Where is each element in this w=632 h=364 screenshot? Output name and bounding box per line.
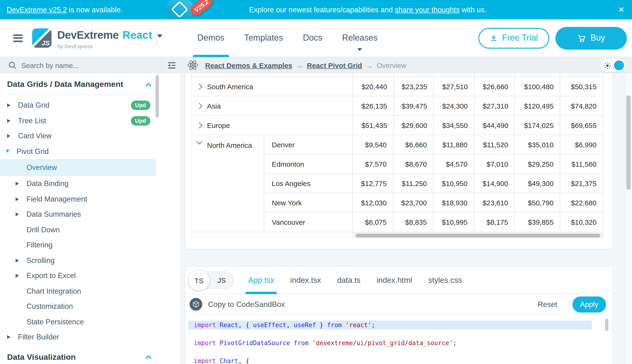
banner-release-text: DevExtreme v25.2 is now available. (7, 6, 123, 14)
cell: $6,075 (352, 212, 393, 232)
sidebar-item-overview[interactable]: Overview (0, 159, 156, 176)
expand-arrow-icon[interactable] (16, 197, 20, 201)
cell: $10,995 (433, 212, 474, 232)
tab-index-tsx[interactable]: index.tsx (290, 266, 321, 294)
sidebar-item-state-persistence[interactable]: State Persistence (7, 314, 180, 330)
cell: $35,010 (514, 135, 560, 154)
cell: $74,820 (560, 96, 603, 115)
sidebar-item-filter-builder[interactable]: Filter Builder (7, 330, 180, 345)
chevron-down-icon[interactable] (157, 34, 162, 38)
expand-row-icon[interactable] (196, 122, 202, 128)
expand-arrow-icon[interactable] (7, 119, 12, 123)
sidebar-item-drill-down[interactable]: Drill Down (7, 222, 180, 238)
expand-arrow-icon[interactable] (16, 259, 20, 262)
expand-arrow-icon[interactable] (16, 274, 20, 278)
theme-toggle[interactable] (600, 59, 625, 72)
expand-arrow-icon[interactable] (7, 104, 12, 108)
platform-name: React (122, 29, 152, 42)
sidebar-item-tree-list[interactable]: Tree List Upd (7, 113, 180, 128)
sidebar-item-field-management[interactable]: Field Management (7, 192, 180, 207)
horizontal-scrollbar[interactable] (353, 232, 603, 239)
sidebar-item-data-summaries[interactable]: Data Summaries (7, 207, 180, 222)
row-label: Asia (207, 102, 221, 110)
cell: $23,235 (393, 77, 434, 96)
expand-arrow-icon[interactable] (7, 134, 12, 138)
sidebar-item-customization[interactable]: Customization (7, 299, 180, 314)
expand-row-icon[interactable] (196, 103, 202, 108)
sidebar-item-card-view[interactable]: Card View (7, 128, 180, 144)
cart-icon (577, 34, 586, 42)
sidebar-item-scrolling[interactable]: Scrolling (7, 253, 180, 268)
pivot-row-south-america: South America $20,440 $23,235 $27,510 $2… (191, 77, 603, 96)
sidebar-item-data-grid[interactable]: Data Grid Upd (7, 98, 180, 113)
apply-button[interactable]: Apply (572, 296, 606, 312)
breadcrumb-demos-link[interactable]: React Demos & Examples (205, 61, 292, 69)
cell: $7,010 (474, 154, 514, 173)
collapse-row-icon[interactable] (196, 138, 202, 144)
section-data-grids[interactable]: Data Grids / Data Management (7, 80, 152, 89)
tab-styles-css[interactable]: styles.css (428, 266, 462, 294)
code-scrollbar-thumb[interactable] (605, 319, 608, 331)
chevron-up-icon[interactable] (145, 82, 152, 87)
sidebar-item-chart-integration[interactable]: Chart Integration (7, 284, 180, 299)
language-toggle[interactable]: TS JS (189, 272, 234, 289)
nav-demos[interactable]: Demos (196, 19, 225, 57)
main-content: South America $20,440 $23,235 $27,510 $2… (180, 73, 632, 364)
cell: $27,310 (474, 96, 515, 115)
collapse-sidebar-icon[interactable] (163, 62, 180, 69)
codesandbox-icon[interactable] (189, 298, 202, 311)
expand-arrow-icon[interactable] (7, 336, 12, 339)
horizontal-scrollbar-thumb[interactable] (355, 234, 600, 238)
tab-index-html[interactable]: index.html (376, 266, 412, 294)
buy-button[interactable]: Buy (555, 27, 627, 49)
main-nav: Demos Templates Docs Releases (196, 19, 378, 57)
sidebar-item-filtering[interactable]: Filtering (7, 238, 180, 253)
nav-demos-label: Demos (197, 33, 224, 43)
cell: $34,550 (434, 116, 474, 134)
tab-data-ts[interactable]: data.ts (337, 266, 360, 294)
diamond-inner-shape (171, 1, 188, 18)
cell: $21,375 (560, 174, 603, 192)
sidebar-item-pivot-grid[interactable]: Pivot Grid (7, 144, 180, 159)
sidebar-item-export-to-excel[interactable]: Export to Excel (7, 268, 180, 284)
brand-block[interactable]: DevExtreme React by DevExpress (57, 29, 162, 47)
nav-templates-label: Templates (244, 33, 283, 43)
section-data-visualization[interactable]: Data Visualization (7, 352, 152, 362)
row-label: Europe (207, 121, 230, 129)
copy-to-codesandbox-button[interactable]: Copy to CodeSandBox (208, 300, 285, 308)
nav-docs[interactable]: Docs (302, 19, 323, 57)
devextreme-js-logo[interactable]: JS (32, 28, 52, 48)
code-tabs-row: TS JS App.tsx index.tsx data.ts (185, 267, 613, 294)
page-scrollbar[interactable] (625, 73, 632, 364)
sidebar-scrollbar[interactable] (155, 75, 159, 118)
tab-label: index.html (376, 276, 412, 285)
code-line-2 (191, 330, 613, 338)
lang-js-option[interactable]: JS (210, 272, 234, 288)
collapse-arrow-icon[interactable] (6, 150, 11, 153)
pivot-hscroll-area (191, 232, 603, 239)
hamburger-menu-icon[interactable] (13, 32, 23, 44)
cell: $8,670 (393, 154, 433, 173)
expand-arrow-icon[interactable] (16, 213, 20, 216)
breadcrumb: React Demos & Examples → React Pivot Gri… (205, 61, 406, 69)
page-scrollbar-thumb[interactable] (626, 95, 630, 190)
cell: $39,855 (514, 212, 560, 232)
free-trial-button[interactable]: Free Trial (478, 28, 549, 48)
search-input[interactable]: Search by name... (0, 61, 162, 69)
tab-app-tsx[interactable]: App.tsx (248, 266, 274, 294)
expand-arrow-icon[interactable] (16, 182, 20, 186)
active-tab-underline (245, 292, 277, 294)
chevron-up-icon[interactable] (145, 355, 152, 359)
cell: $12,775 (352, 174, 393, 192)
nav-templates[interactable]: Templates (243, 19, 284, 57)
share-thoughts-link[interactable]: share your thoughts (395, 6, 460, 14)
close-icon[interactable]: ✕ (618, 0, 624, 19)
section-title: Data Visualization (7, 352, 76, 362)
sidebar-item-data-binding[interactable]: Data Binding (7, 176, 180, 192)
breadcrumb-pivotgrid-link[interactable]: React Pivot Grid (307, 61, 362, 69)
banner-release-link[interactable]: DevExtreme v25.2 (7, 6, 67, 14)
expand-row-icon[interactable] (196, 83, 202, 89)
lang-ts-option[interactable]: TS (188, 270, 210, 291)
nav-releases[interactable]: Releases (341, 19, 378, 57)
reset-button[interactable]: Reset (537, 300, 557, 308)
